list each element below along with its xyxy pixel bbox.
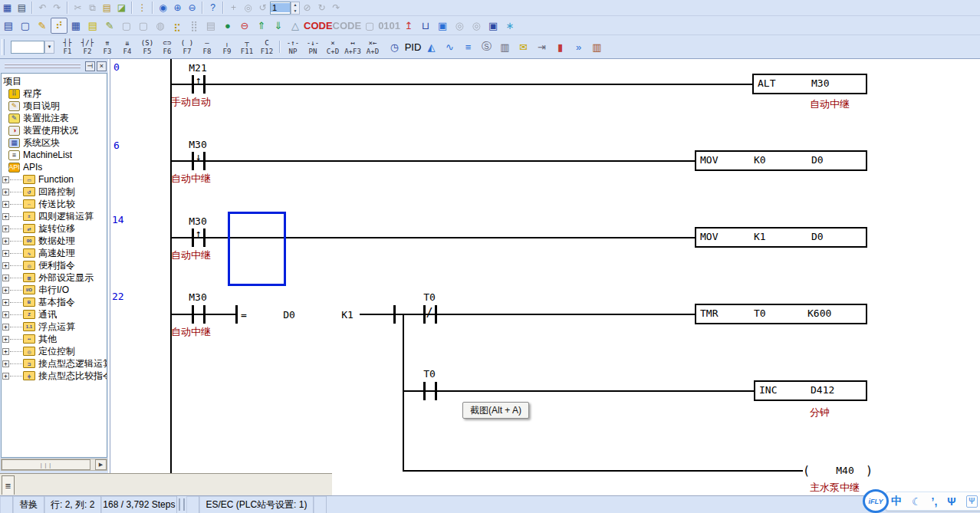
tree-root-project[interactable]: 项目 [2, 75, 107, 87]
falling-edge-symbol[interactable]: ↓ [192, 151, 205, 163]
insert-row-button[interactable]: ↥ [400, 18, 417, 34]
contact-nc-button[interactable]: ┤/├F2 [77, 37, 97, 58]
ime-mic-icon[interactable]: Ψ [947, 495, 955, 508]
zoom-out-button[interactable]: ⊖ [185, 1, 199, 15]
instruction-box-inc[interactable]: INC D412 [754, 380, 867, 401]
tree-item-serial-io[interactable]: + I/O 串行I/O [2, 284, 107, 296]
instruction-box-tmr[interactable]: TMR T0 K600 [695, 304, 867, 324]
refresh-button[interactable]: ↺ [255, 1, 270, 15]
tree-item-positioning[interactable]: + ◎ 定位控制 [2, 345, 107, 357]
expand-plus-icon[interactable]: + [2, 299, 9, 306]
lamp-button[interactable]: ◍ [152, 18, 169, 34]
code-convert-2-button[interactable]: CODE [333, 18, 362, 34]
find-ip-button[interactable]: ◎ [468, 18, 485, 34]
contact-no-button[interactable]: ┤├F1 [58, 37, 77, 58]
zoom-in-button[interactable]: ⊕ [170, 1, 185, 15]
tree-item-handy-instructions[interactable]: + ◎ 便利指令 [2, 259, 107, 271]
download-plc-button[interactable]: ⇑ [253, 18, 270, 34]
tree-item-function[interactable]: + ▭ Function [2, 173, 107, 186]
device-monitor-button[interactable]: ▢ [17, 18, 34, 34]
find-button[interactable]: ◉ [156, 1, 170, 15]
expand-plus-icon[interactable]: + [2, 189, 9, 196]
save-button[interactable]: ▦ [0, 1, 15, 15]
tree-item-contact-compare[interactable]: + ≑ 接点型态比较指令 [2, 370, 107, 382]
ladder-monitor-button[interactable]: ▤ [0, 18, 17, 34]
run-button[interactable]: ● [219, 18, 236, 34]
af3-button[interactable]: ↤A+F3 [343, 37, 363, 58]
selection-cursor[interactable] [228, 212, 286, 286]
coil-device-label[interactable]: M40 [828, 465, 862, 476]
hline-button[interactable]: —F8 [197, 37, 217, 58]
tree-item-transfer-compare[interactable]: + ↔ 传送比较 [2, 198, 107, 210]
contact-rising-button[interactable]: ⇈F3 [97, 37, 117, 58]
ime-voice-keyboard-icon[interactable]: Ψ [966, 495, 978, 508]
expand-plus-icon[interactable]: + [2, 373, 9, 380]
status-input-box[interactable] [183, 498, 185, 511]
print-button[interactable]: ▤ [15, 1, 29, 15]
expand-plus-icon[interactable]: + [2, 213, 9, 220]
comm-setting-button[interactable]: ▣ [485, 18, 502, 34]
simulator-button[interactable]: ▣ [434, 18, 451, 34]
tree-item-high-speed[interactable]: + ∿ 高速处理 [2, 247, 107, 259]
out-coil-button[interactable]: ( )F7 [177, 37, 197, 58]
stop-button[interactable]: ⊖ [236, 18, 253, 34]
expand-plus-icon[interactable]: + [2, 348, 9, 355]
expand-plus-icon[interactable]: + [2, 336, 9, 343]
online-antenna-button[interactable]: △ [287, 18, 304, 34]
ime-chinese-mode-icon[interactable]: 中 [891, 495, 902, 508]
np-button[interactable]: -↑-NP [283, 37, 303, 58]
transfer-gray-button[interactable]: ▢ [361, 18, 378, 34]
tree-item-project-note[interactable]: ✎ 项目说明 [2, 100, 107, 112]
copy-button[interactable]: ⧉ [85, 1, 100, 15]
expand-plus-icon[interactable]: + [2, 176, 9, 183]
expand-plus-icon[interactable]: + [2, 311, 9, 318]
nav-up-button[interactable]: + [226, 1, 241, 15]
expand-plus-icon[interactable]: + [2, 287, 9, 294]
toolbar-grip[interactable] [2, 39, 5, 55]
options-button[interactable]: ∗ [502, 18, 518, 34]
tree-item-arithmetic-logic[interactable]: + ± 四则逻辑运算 [2, 210, 107, 222]
contact-falling-button[interactable]: ⇊F4 [117, 37, 137, 58]
tree-item-contact-logic[interactable]: + ⊐ 接点型态逻辑运算 [2, 357, 107, 370]
panel-tab[interactable]: ≣ [2, 475, 15, 495]
paste-button[interactable]: ▤ [100, 1, 114, 15]
tree-item-floating-point[interactable]: + 1.1 浮点运算 [2, 321, 107, 333]
tree-item-apis[interactable]: API APIs [2, 161, 107, 173]
comment-list-button[interactable]: ▤ [84, 18, 101, 34]
timer-button[interactable]: ◷ [386, 38, 403, 55]
bubble-2-button[interactable]: ▢ [135, 18, 152, 34]
expand-plus-icon[interactable]: + [2, 238, 9, 245]
sidebar-grip[interactable] [5, 64, 81, 68]
undo-button[interactable]: ↶ [35, 1, 50, 15]
goto-button[interactable]: ◎ [241, 1, 255, 15]
instruction-box-mov[interactable]: MOV K0 D0 [695, 150, 867, 171]
erase-button[interactable]: ◪ [114, 1, 129, 15]
sidebar-hscrollbar[interactable]: | | | ▶ [1, 459, 107, 471]
scrollbar-right-arrow-icon[interactable]: ▶ [95, 459, 107, 470]
tree-item-device-usage[interactable]: ◑ 装置使用状况 [2, 124, 107, 136]
close-icon[interactable]: × [97, 61, 107, 71]
redo-button[interactable]: ↷ [50, 1, 64, 15]
code-convert-button[interactable]: CODE [304, 18, 333, 34]
ladder-symbol-combo[interactable]: ▼ [11, 41, 54, 54]
io-gray-button[interactable]: 0101 [378, 18, 400, 34]
highlight-button[interactable]: ✎ [101, 18, 118, 34]
page-spinner-arrows[interactable]: ▲▼ [291, 2, 300, 15]
page-spinner[interactable]: 1 ▲▼ [270, 2, 300, 15]
instruction-mode-button[interactable]: ▦ [67, 18, 84, 34]
expand-plus-icon[interactable]: + [2, 201, 9, 208]
thermometer-button[interactable]: ▮ [551, 38, 569, 55]
ladder-compile-2-button[interactable]: ⣿ [186, 18, 202, 34]
expand-plus-icon[interactable]: + [2, 225, 9, 232]
step-ladder-button[interactable]: ≡ [459, 38, 477, 55]
pid-button[interactable]: PID [404, 38, 422, 55]
tree-item-device-comment[interactable]: ✎ 装置批注表 [2, 112, 107, 124]
vline-button[interactable]: ╷F9 [217, 37, 237, 58]
spinner-down-icon[interactable]: ▼ [291, 8, 299, 14]
rising-edge-symbol[interactable]: ↑ [192, 74, 205, 86]
stop-refresh-button[interactable]: ⊘ [300, 1, 314, 15]
symbol-combo-value[interactable] [11, 41, 44, 54]
table-gray-button[interactable]: ▥ [496, 38, 514, 55]
counter-table-button[interactable]: ▥ [588, 38, 606, 55]
ladder-compile-button[interactable]: ⣖ [169, 18, 186, 34]
